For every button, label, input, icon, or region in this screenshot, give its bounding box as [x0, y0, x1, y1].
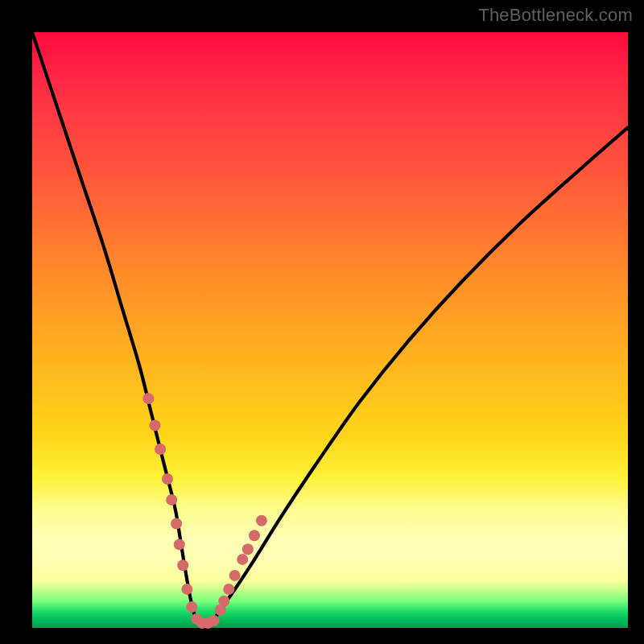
highlight-dot	[177, 559, 188, 571]
highlight-dot	[142, 393, 154, 404]
highlight-dot	[237, 554, 248, 565]
highlight-dot	[171, 518, 182, 530]
highlight-dot	[149, 419, 160, 431]
highlight-dot	[249, 530, 260, 541]
highlight-dot	[174, 539, 185, 550]
plot-area	[32, 32, 628, 628]
highlight-dot	[186, 601, 197, 613]
bottleneck-curve	[32, 32, 628, 624]
highlight-dot	[162, 473, 173, 485]
chart-stage: TheBottleneck.com	[0, 0, 644, 644]
highlight-dot	[256, 515, 267, 526]
highlight-dot	[223, 584, 234, 595]
highlight-dot	[181, 584, 192, 595]
highlight-dot	[208, 615, 220, 626]
highlight-dot	[242, 543, 254, 555]
watermark-text: TheBottleneck.com	[478, 5, 633, 26]
highlight-dot	[229, 570, 241, 581]
highlight-dot	[155, 444, 166, 455]
highlight-dot	[166, 494, 177, 506]
highlight-dot	[218, 596, 229, 607]
plot-svg	[32, 32, 628, 628]
highlight-dots-group	[142, 393, 267, 629]
